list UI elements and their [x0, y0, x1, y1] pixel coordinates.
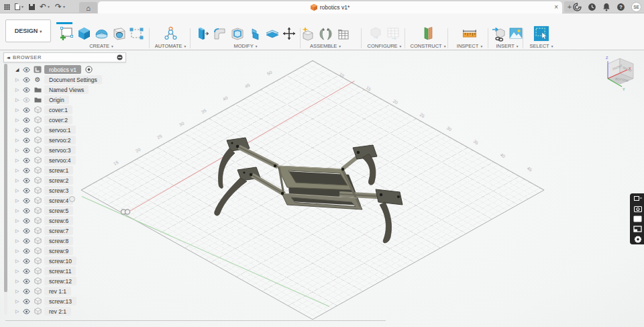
browser-row[interactable]: ▷ ◢ ⚙ screw:3 [9, 185, 125, 195]
browser-row[interactable]: ▷ ◢ ⚙ rev 1:1 [9, 286, 125, 296]
browser-row[interactable]: ▷ ◢ ⚙ servoo:4 [9, 155, 125, 165]
visibility-eye-icon[interactable] [23, 259, 31, 264]
visibility-eye-icon[interactable] [23, 158, 31, 163]
home-view-icon[interactable]: ⌂ [79, 2, 97, 13]
pattern-icon[interactable] [128, 26, 144, 42]
browser-row[interactable]: ▷ ◢ ⚙ screw:12 [9, 276, 125, 286]
visibility-eye-icon[interactable] [23, 228, 31, 234]
document-tab[interactable]: robotics v1* × [98, 1, 562, 13]
hole-icon[interactable] [111, 26, 127, 42]
browser-row[interactable]: ▷ ◢ ⚙ screw:13 [9, 296, 125, 306]
disclosure-triangle-icon[interactable]: ▷ [15, 118, 20, 123]
group-label-select[interactable]: SELECT▾ [530, 43, 553, 50]
visibility-eye-icon[interactable] [23, 128, 31, 133]
group-label-modify[interactable]: MODIFY▾ [234, 43, 258, 50]
browser-row[interactable]: ▷ ◢ ⚙ screw:11 [9, 266, 125, 276]
view-cube[interactable]: FRONT RIGHT BOTTOM Z X Y [599, 54, 642, 95]
overlay-monitor-icon[interactable] [633, 216, 642, 223]
browser-row[interactable]: ▷ ◢ ⚙ robotics v1 [9, 64, 125, 75]
group-label-construct[interactable]: CONSTRUCT▾ [411, 43, 446, 50]
minimize-circle-icon[interactable] [117, 54, 123, 60]
expanded-triangle-icon[interactable]: ◢ [15, 67, 20, 73]
visibility-eye-icon[interactable] [23, 118, 31, 123]
overlay-camera-icon[interactable] [633, 205, 642, 213]
browser-row[interactable]: ▷ ◢ ⚙ screw:10 [9, 256, 125, 266]
visibility-eye-icon[interactable] [23, 188, 31, 193]
visibility-eye-icon[interactable] [23, 238, 31, 244]
browser-row[interactable]: ▷ ◢ ⚙ servoo:2 [9, 135, 125, 145]
workspace-tab[interactable] [121, 13, 137, 24]
insert-derive-icon[interactable] [490, 26, 506, 42]
disclosure-triangle-icon[interactable]: ▷ [15, 97, 20, 103]
disclosure-triangle-icon[interactable]: ▷ [15, 228, 20, 234]
select-icon[interactable] [533, 26, 549, 42]
visibility-eye-icon[interactable] [23, 269, 31, 274]
disclosure-triangle-icon[interactable]: ▷ [15, 158, 20, 163]
browser-row[interactable]: ▷ ◢ ⚙ screw:4 [9, 195, 125, 205]
browser-row[interactable]: ▷ ◢ ⚙ rev 2:1 [9, 306, 125, 316]
visibility-eye-icon[interactable] [23, 299, 31, 304]
joint-icon[interactable] [317, 26, 333, 42]
undo-icon[interactable]: ↶▼ [40, 3, 50, 11]
press-pull-icon[interactable] [194, 26, 210, 42]
disclosure-triangle-icon[interactable]: ▷ [15, 138, 20, 143]
browser-row[interactable]: ▷ ◢ ⚙ cover:1 [9, 105, 125, 115]
insert-image-icon[interactable] [508, 26, 524, 42]
visibility-eye-icon[interactable] [23, 198, 31, 203]
fillet-icon[interactable] [211, 26, 227, 42]
disclosure-triangle-icon[interactable]: ▷ [15, 259, 20, 264]
move-icon[interactable] [281, 26, 297, 42]
combine-icon[interactable] [246, 26, 262, 42]
configure-table-icon[interactable] [385, 26, 401, 42]
configure-cube-icon[interactable] [368, 26, 384, 42]
app-grid-menu-icon[interactable] [4, 4, 10, 10]
save-icon[interactable] [29, 4, 35, 10]
browser-row[interactable]: ▷ ◢ ⚙ cover:2 [9, 115, 125, 125]
help-icon[interactable]: ? [616, 3, 625, 11]
overlay-settings-gear-icon[interactable] [633, 235, 642, 242]
group-label-create[interactable]: CREATE▾ [89, 43, 113, 50]
browser-row[interactable]: ▷ ◢ ⚙ screw:9 [9, 246, 125, 256]
workspace-selector-design[interactable]: DESIGN▾ [5, 19, 51, 42]
visibility-eye-icon[interactable] [23, 208, 31, 214]
browser-row[interactable]: ▷ ◢ ⚙ Document Settings [9, 75, 125, 85]
visibility-eye-icon[interactable] [23, 178, 31, 183]
disclosure-triangle-icon[interactable]: ▷ [15, 128, 20, 133]
group-label-assemble[interactable]: ASSEMBLE▾ [310, 43, 341, 50]
job-status-clock-icon[interactable] [588, 3, 596, 11]
disclosure-triangle-icon[interactable]: ▷ [15, 107, 20, 113]
workspace-tab[interactable] [169, 13, 185, 24]
construct-plane-icon[interactable] [420, 26, 436, 42]
measure-icon[interactable] [462, 26, 478, 42]
extensions-icon[interactable] [573, 3, 582, 11]
split-body-icon[interactable] [264, 26, 280, 42]
disclosure-triangle-icon[interactable]: ▷ [15, 148, 20, 153]
workspace-tab[interactable] [137, 13, 153, 24]
collapse-panel-icon[interactable]: ◂◂ [7, 55, 9, 60]
redo-icon[interactable]: ↷▼ [55, 3, 66, 11]
browser-row[interactable]: ▷ ◢ ⚙ Named Views [9, 85, 125, 95]
disclosure-triangle-icon[interactable]: ▷ [15, 188, 20, 193]
shell-icon[interactable] [229, 26, 245, 42]
workspace-tab[interactable] [105, 13, 121, 24]
group-label-inspect[interactable]: INSPECT▾ [457, 43, 482, 50]
new-component-icon[interactable] [300, 26, 316, 42]
disclosure-triangle-icon[interactable]: ▷ [15, 289, 20, 294]
visibility-eye-icon[interactable] [23, 309, 31, 314]
browser-scrollbar-thumb[interactable] [4, 64, 7, 292]
robot-model[interactable] [208, 131, 416, 272]
disclosure-triangle-icon[interactable]: ▷ [15, 279, 20, 284]
browser-row[interactable]: ▷ ◢ ⚙ screw:8 [9, 236, 125, 246]
visibility-eye-icon[interactable] [23, 67, 31, 73]
disclosure-triangle-icon[interactable]: ▷ [15, 248, 20, 254]
visibility-eye-icon[interactable] [23, 97, 31, 103]
browser-row[interactable]: ▷ ◢ ⚙ servoo:1 [9, 125, 125, 135]
browser-scrollbar-track[interactable] [4, 64, 7, 315]
disclosure-triangle-icon[interactable]: ▷ [15, 269, 20, 274]
visibility-eye-icon[interactable] [23, 279, 31, 284]
disclosure-triangle-icon[interactable]: ▷ [15, 309, 20, 314]
visibility-eye-icon[interactable] [23, 289, 31, 294]
browser-row[interactable]: ▷ ◢ ⚙ screw:7 [9, 226, 125, 236]
disclosure-triangle-icon[interactable]: ▷ [15, 178, 20, 183]
disclosure-triangle-icon[interactable]: ▷ [15, 299, 20, 304]
